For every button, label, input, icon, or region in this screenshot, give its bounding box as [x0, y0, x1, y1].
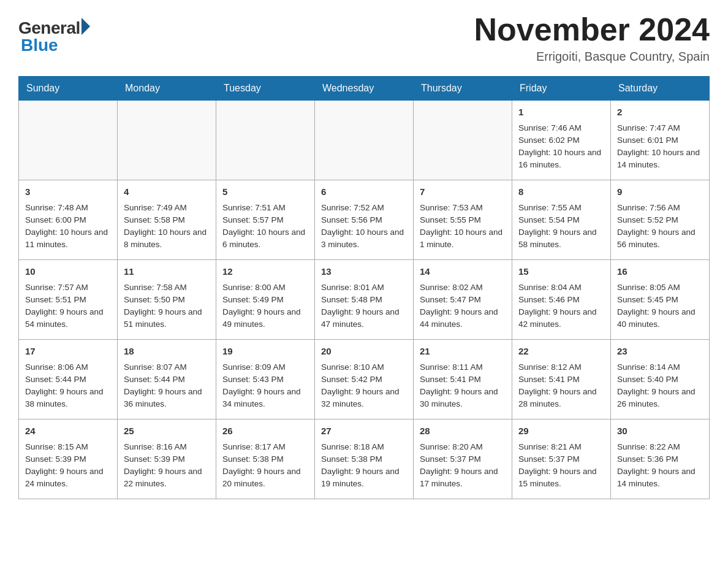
- day-number: 28: [420, 424, 506, 439]
- day-info: Daylight: 9 hours and 42 minutes.: [518, 306, 604, 331]
- day-info: Daylight: 10 hours and 1 minute.: [420, 226, 506, 251]
- day-info: Sunset: 5:41 PM: [518, 373, 604, 386]
- day-number: 9: [617, 185, 703, 199]
- day-number: 25: [124, 424, 210, 439]
- calendar-cell: 11Sunrise: 7:58 AMSunset: 5:50 PMDayligh…: [118, 260, 216, 340]
- calendar-cell: [19, 101, 118, 180]
- calendar-cell: 20Sunrise: 8:10 AMSunset: 5:42 PMDayligh…: [315, 340, 414, 419]
- day-info: Daylight: 9 hours and 24 minutes.: [25, 465, 111, 491]
- day-info: Sunrise: 8:20 AM: [420, 441, 506, 453]
- day-number: 15: [518, 265, 604, 279]
- day-number: 17: [25, 345, 111, 359]
- day-info: Daylight: 9 hours and 19 minutes.: [321, 465, 407, 491]
- day-info: Sunrise: 8:17 AM: [222, 441, 308, 453]
- calendar-cell: 21Sunrise: 8:11 AMSunset: 5:41 PMDayligh…: [414, 340, 512, 419]
- day-info: Sunrise: 8:18 AM: [321, 441, 407, 453]
- day-info: Sunset: 5:44 PM: [25, 373, 111, 386]
- day-number: 10: [25, 265, 111, 279]
- day-number: 5: [222, 185, 308, 199]
- month-year-title: November 2024: [474, 12, 710, 47]
- calendar-cell: 17Sunrise: 8:06 AMSunset: 5:44 PMDayligh…: [19, 340, 118, 419]
- calendar-cell: 30Sunrise: 8:22 AMSunset: 5:36 PMDayligh…: [611, 419, 710, 499]
- calendar-cell: 8Sunrise: 7:55 AMSunset: 5:54 PMDaylight…: [512, 180, 611, 260]
- day-info: Sunset: 5:43 PM: [222, 373, 308, 386]
- calendar-header-sunday: Sunday: [19, 77, 118, 101]
- calendar-cell: 27Sunrise: 8:18 AMSunset: 5:38 PMDayligh…: [315, 419, 414, 499]
- day-number: 8: [518, 185, 604, 199]
- day-info: Sunrise: 7:57 AM: [25, 282, 111, 294]
- day-info: Sunrise: 7:51 AM: [222, 202, 308, 214]
- day-number: 26: [222, 424, 308, 439]
- calendar-cell: 4Sunrise: 7:49 AMSunset: 5:58 PMDaylight…: [118, 180, 216, 260]
- day-info: Daylight: 9 hours and 56 minutes.: [617, 226, 703, 251]
- calendar-cell: 3Sunrise: 7:48 AMSunset: 6:00 PMDaylight…: [19, 180, 118, 260]
- day-info: Daylight: 9 hours and 26 minutes.: [617, 386, 703, 411]
- day-number: 27: [321, 424, 407, 439]
- calendar-cell: 28Sunrise: 8:20 AMSunset: 5:37 PMDayligh…: [414, 419, 512, 499]
- calendar-cell: 6Sunrise: 7:52 AMSunset: 5:56 PMDaylight…: [315, 180, 414, 260]
- day-info: Sunset: 5:45 PM: [617, 294, 703, 306]
- calendar-header-row: SundayMondayTuesdayWednesdayThursdayFrid…: [19, 77, 710, 101]
- calendar-cell: [315, 101, 414, 180]
- day-info: Sunset: 5:38 PM: [321, 453, 407, 465]
- day-info: Sunset: 5:44 PM: [124, 373, 210, 386]
- week-row-1: 1Sunrise: 7:46 AMSunset: 6:02 PMDaylight…: [19, 101, 710, 180]
- day-info: Sunset: 5:46 PM: [518, 294, 604, 306]
- day-info: Sunrise: 8:00 AM: [222, 282, 308, 294]
- calendar-cell: 18Sunrise: 8:07 AMSunset: 5:44 PMDayligh…: [118, 340, 216, 419]
- day-info: Sunrise: 7:47 AM: [617, 122, 703, 134]
- day-info: Daylight: 9 hours and 47 minutes.: [321, 306, 407, 331]
- calendar-header-tuesday: Tuesday: [216, 77, 315, 101]
- title-section: November 2024 Errigoiti, Basque Country,…: [474, 12, 710, 64]
- logo: General Blue: [18, 12, 90, 55]
- day-info: Sunrise: 8:07 AM: [124, 361, 210, 373]
- day-info: Sunset: 5:38 PM: [222, 453, 308, 465]
- day-number: 18: [124, 345, 210, 359]
- day-info: Daylight: 9 hours and 14 minutes.: [617, 465, 703, 491]
- day-info: Daylight: 9 hours and 51 minutes.: [124, 306, 210, 331]
- day-info: Daylight: 9 hours and 15 minutes.: [518, 465, 604, 491]
- day-info: Daylight: 9 hours and 58 minutes.: [518, 226, 604, 251]
- day-info: Sunset: 6:00 PM: [25, 214, 111, 226]
- day-number: 13: [321, 265, 407, 279]
- day-info: Sunset: 5:39 PM: [124, 453, 210, 465]
- day-info: Sunrise: 8:11 AM: [420, 361, 506, 373]
- location-subtitle: Errigoiti, Basque Country, Spain: [474, 50, 710, 64]
- calendar-cell: 9Sunrise: 7:56 AMSunset: 5:52 PMDaylight…: [611, 180, 710, 260]
- logo-triangle-icon: [82, 18, 90, 35]
- calendar-header-friday: Friday: [512, 77, 611, 101]
- day-number: 12: [222, 265, 308, 279]
- day-info: Sunrise: 8:05 AM: [617, 282, 703, 294]
- week-row-5: 24Sunrise: 8:15 AMSunset: 5:39 PMDayligh…: [19, 419, 710, 499]
- day-info: Sunset: 5:39 PM: [25, 453, 111, 465]
- day-info: Daylight: 10 hours and 3 minutes.: [321, 226, 407, 251]
- day-number: 6: [321, 185, 407, 199]
- day-number: 19: [222, 345, 308, 359]
- calendar-header-monday: Monday: [118, 77, 216, 101]
- calendar-cell: [216, 101, 315, 180]
- calendar-cell: 26Sunrise: 8:17 AMSunset: 5:38 PMDayligh…: [216, 419, 315, 499]
- day-info: Sunset: 5:55 PM: [420, 214, 506, 226]
- day-info: Sunset: 5:37 PM: [420, 453, 506, 465]
- day-info: Sunset: 5:51 PM: [25, 294, 111, 306]
- day-info: Daylight: 10 hours and 11 minutes.: [25, 226, 111, 251]
- day-info: Daylight: 9 hours and 49 minutes.: [222, 306, 308, 331]
- day-info: Sunrise: 8:02 AM: [420, 282, 506, 294]
- day-info: Sunset: 5:49 PM: [222, 294, 308, 306]
- calendar-cell: 23Sunrise: 8:14 AMSunset: 5:40 PMDayligh…: [611, 340, 710, 419]
- day-info: Sunrise: 8:01 AM: [321, 282, 407, 294]
- day-info: Sunrise: 7:58 AM: [124, 282, 210, 294]
- day-info: Sunset: 5:56 PM: [321, 214, 407, 226]
- logo-blue-text: Blue: [18, 36, 58, 55]
- day-number: 24: [25, 424, 111, 439]
- day-info: Sunset: 5:57 PM: [222, 214, 308, 226]
- day-info: Sunset: 5:41 PM: [420, 373, 506, 386]
- day-info: Sunrise: 8:09 AM: [222, 361, 308, 373]
- day-info: Daylight: 9 hours and 40 minutes.: [617, 306, 703, 331]
- day-info: Sunrise: 8:15 AM: [25, 441, 111, 453]
- calendar-header-saturday: Saturday: [611, 77, 710, 101]
- day-info: Daylight: 9 hours and 54 minutes.: [25, 306, 111, 331]
- day-info: Sunset: 6:02 PM: [518, 134, 604, 147]
- day-info: Daylight: 9 hours and 17 minutes.: [420, 465, 506, 491]
- day-number: 3: [25, 185, 111, 199]
